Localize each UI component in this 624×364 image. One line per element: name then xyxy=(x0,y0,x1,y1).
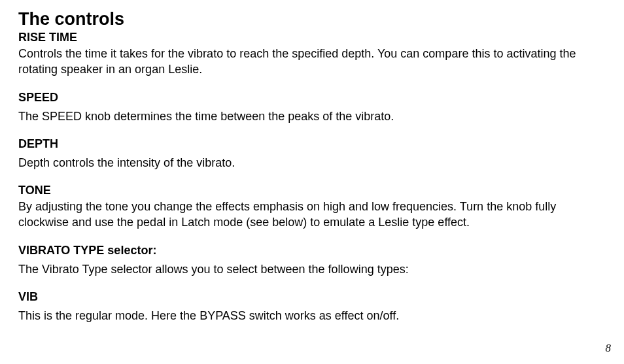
section-tone: TONE By adjusting the tone you change th… xyxy=(18,184,606,231)
section-vib: VIB This is the regular mode. Here the B… xyxy=(18,290,606,323)
body-depth: Depth controls the intensity of the vibr… xyxy=(18,155,606,171)
section-depth: DEPTH Depth controls the intensity of th… xyxy=(18,137,606,171)
heading-tone: TONE xyxy=(18,184,606,197)
heading-rise-time: RISE TIME xyxy=(18,31,606,44)
body-rise-time: Controls the time it takes for the vibra… xyxy=(18,46,606,78)
body-vibrato-type: The Vibrato Type selector allows you to … xyxy=(18,261,606,277)
section-speed: SPEED The SPEED knob determines the time… xyxy=(18,91,606,124)
section-vibrato-type: VIBRATO TYPE selector: The Vibrato Type … xyxy=(18,244,606,277)
section-rise-time: RISE TIME Controls the time it takes for… xyxy=(18,31,606,78)
heading-speed: SPEED xyxy=(18,91,606,105)
body-vib: This is the regular mode. Here the BYPAS… xyxy=(18,308,606,323)
heading-vib: VIB xyxy=(18,290,606,304)
heading-depth: DEPTH xyxy=(18,137,606,151)
body-tone: By adjusting the tone you change the eff… xyxy=(18,199,606,231)
body-speed: The SPEED knob determines the time betwe… xyxy=(18,108,606,124)
page-number: 8 xyxy=(606,342,612,355)
heading-vibrato-type: VIBRATO TYPE selector: xyxy=(18,244,606,257)
page-title: The controls xyxy=(18,9,606,29)
document-page: The controls RISE TIME Controls the time… xyxy=(0,0,624,364)
